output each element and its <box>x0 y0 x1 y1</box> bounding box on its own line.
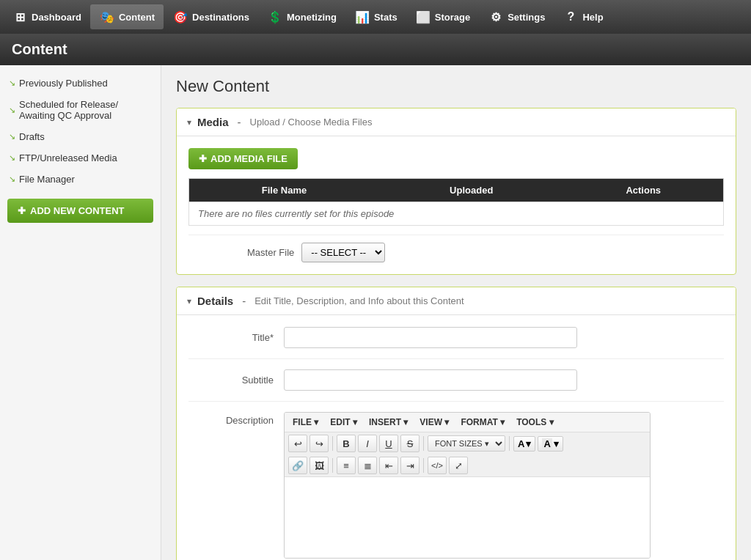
subtitle-label: Subtitle <box>188 375 284 386</box>
rte-font-size-select[interactable]: FONT SIZES ▾ 8101214 16182436 <box>428 435 505 452</box>
subtitle-input[interactable] <box>284 369 577 391</box>
top-navigation: ⊞ Dashboard 🎭 Content 🎯 Destinations 💲 M… <box>0 0 751 34</box>
rte-menubar: FILE ▾ EDIT ▾ INSERT ▾ VIEW ▾ FORMAT ▾ T… <box>285 413 650 432</box>
rte-image-button[interactable]: 🖼 <box>309 457 329 474</box>
nav-monetizing[interactable]: 💲 Monetizing <box>258 4 345 29</box>
col-filename: File Name <box>189 179 380 202</box>
rte-separator-2 <box>423 436 424 451</box>
title-input[interactable] <box>284 327 577 348</box>
media-toggle[interactable]: ▾ <box>187 117 191 128</box>
nav-stats[interactable]: 📊 Stats <box>345 4 406 29</box>
details-section-header: ▾ Details - Edit Title, Description, and… <box>177 287 736 315</box>
rte-undo-button[interactable]: ↩ <box>288 435 307 452</box>
rte-ol-button[interactable]: ≣ <box>358 457 377 474</box>
help-icon: ? <box>563 9 579 25</box>
plus-icon: ✚ <box>199 153 207 164</box>
arrow-icon: ↘ <box>9 106 15 115</box>
destinations-icon: 🎯 <box>172 9 188 25</box>
sidebar-item-scheduled[interactable]: ↘ Scheduled for Release/ Awaiting QC App… <box>0 94 161 126</box>
nav-settings[interactable]: ⚙ Settings <box>479 4 554 29</box>
description-row: Description FILE ▾ EDIT ▾ INSERT ▾ VIEW … <box>188 412 724 559</box>
add-media-button[interactable]: ✚ ADD MEDIA FILE <box>188 148 298 169</box>
details-section-body: Title* Subtitle Description FILE ▾ ED <box>177 315 736 560</box>
storage-icon: ⬜ <box>415 9 431 25</box>
master-file-label: Master File <box>247 247 294 258</box>
plus-icon: ✚ <box>18 205 26 216</box>
media-section: ▾ Media - Upload / Choose Media Files ✚ … <box>176 108 736 275</box>
table-header-row: File Name Uploaded Actions <box>189 179 724 202</box>
rte-separator-5 <box>423 458 424 473</box>
rte-link-button[interactable]: 🔗 <box>288 457 307 474</box>
content-icon: 🎭 <box>99 9 115 25</box>
media-section-body: ✚ ADD MEDIA FILE File Name Uploaded Acti… <box>177 136 736 274</box>
rte-outdent-button[interactable]: ⇤ <box>379 457 398 474</box>
sidebar-item-drafts[interactable]: ↘ Drafts <box>0 126 161 147</box>
title-label: Title* <box>188 332 284 343</box>
nav-storage[interactable]: ⬜ Storage <box>406 4 479 29</box>
sidebar-item-ftp[interactable]: ↘ FTP/Unreleased Media <box>0 147 161 169</box>
rte-redo-button[interactable]: ↪ <box>309 435 329 452</box>
rte-indent-button[interactable]: ⇥ <box>400 457 420 474</box>
rte-strikethrough-button[interactable]: S <box>400 435 420 452</box>
master-file-select[interactable]: -- SELECT -- <box>301 243 385 262</box>
details-title: Details <box>197 295 233 307</box>
rte-menu-insert[interactable]: INSERT ▾ <box>364 415 413 430</box>
arrow-icon: ↘ <box>9 174 15 184</box>
stats-icon: 📊 <box>354 9 370 25</box>
monetizing-icon: 💲 <box>267 9 283 25</box>
rte-separator-1 <box>332 436 333 451</box>
details-subtitle: Edit Title, Description, and Info about … <box>254 295 464 306</box>
rte-separator-3 <box>509 436 510 451</box>
rte-menu-view[interactable]: VIEW ▾ <box>414 415 454 430</box>
chevron-down-icon: ▾ <box>526 438 531 449</box>
rte-menu-edit[interactable]: EDIT ▾ <box>325 415 362 430</box>
page-header-title: Content <box>12 41 67 57</box>
details-section: ▾ Details - Edit Title, Description, and… <box>176 287 736 560</box>
rte-fullscreen-button[interactable]: ⤢ <box>449 457 468 474</box>
media-subtitle: Upload / Choose Media Files <box>250 117 373 128</box>
sidebar-item-file-manager[interactable]: ↘ File Manager <box>0 169 161 190</box>
rte-body[interactable] <box>285 477 650 558</box>
nav-content[interactable]: 🎭 Content <box>90 4 164 29</box>
page-title: New Content <box>176 77 736 96</box>
arrow-icon: ↘ <box>9 153 15 163</box>
add-new-content-button[interactable]: ✚ ADD NEW CONTENT <box>7 199 153 223</box>
col-actions: Actions <box>563 179 723 202</box>
rte-toolbar: ↩ ↪ B I U S FONT SIZES ▾ 8101214 1618 <box>285 432 650 477</box>
settings-icon: ⚙ <box>488 9 504 25</box>
rte-underline-button[interactable]: U <box>379 435 398 452</box>
dashboard-icon: ⊞ <box>12 9 28 25</box>
title-row: Title* <box>188 327 724 359</box>
details-toggle[interactable]: ▾ <box>187 296 191 306</box>
rte-bold-button[interactable]: B <box>337 435 356 452</box>
rte-menu-tools[interactable]: TOOLS ▾ <box>511 415 558 430</box>
media-title: Media <box>197 116 229 128</box>
details-dash: - <box>242 295 246 307</box>
table-empty-row: There are no files currently set for thi… <box>189 202 724 226</box>
media-dash: - <box>238 116 241 128</box>
rte-ul-button[interactable]: ≡ <box>337 457 356 474</box>
rich-text-editor: FILE ▾ EDIT ▾ INSERT ▾ VIEW ▾ FORMAT ▾ T… <box>284 412 651 559</box>
rte-code-button[interactable]: </> <box>428 457 447 474</box>
rte-italic-button[interactable]: I <box>358 435 377 452</box>
rte-menu-format[interactable]: FORMAT ▾ <box>455 415 510 430</box>
subtitle-row: Subtitle <box>188 369 724 402</box>
rte-background-color-button[interactable]: A ▾ <box>538 436 563 452</box>
file-table: File Name Uploaded Actions There are no … <box>188 178 724 226</box>
nav-dashboard[interactable]: ⊞ Dashboard <box>3 4 90 29</box>
nav-help[interactable]: ? Help <box>554 4 612 29</box>
sidebar: ↘ Previously Published ↘ Scheduled for R… <box>0 65 161 560</box>
col-uploaded: Uploaded <box>379 179 563 202</box>
sidebar-item-previously-published[interactable]: ↘ Previously Published <box>0 73 161 94</box>
nav-destinations[interactable]: 🎯 Destinations <box>164 4 258 29</box>
arrow-icon: ↘ <box>9 132 15 141</box>
description-label: Description <box>188 412 284 426</box>
arrow-icon: ↘ <box>9 78 15 88</box>
rte-separator-4 <box>332 458 333 473</box>
rte-font-color-button[interactable]: A ▾ <box>513 436 535 452</box>
main-content: New Content ▾ Media - Upload / Choose Me… <box>161 65 751 560</box>
empty-message: There are no files currently set for thi… <box>189 202 724 226</box>
rte-menu-file[interactable]: FILE ▾ <box>287 415 323 430</box>
chevron-down-icon: ▾ <box>554 438 559 449</box>
page-header: Content <box>0 34 751 65</box>
